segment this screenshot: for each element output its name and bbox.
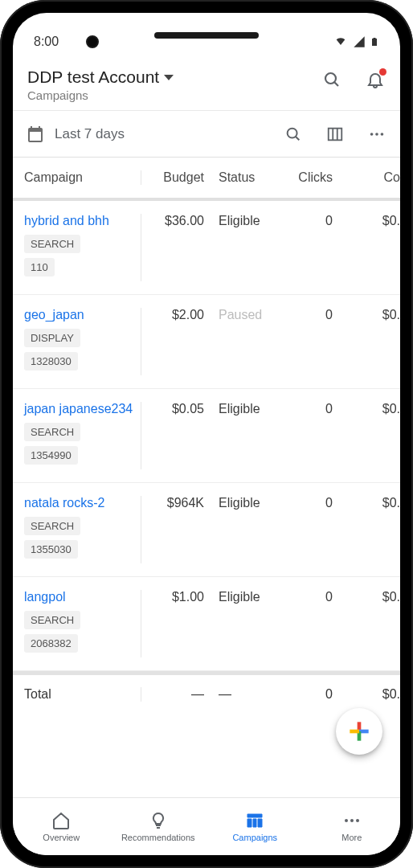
date-range-label: Last 7 days — [55, 126, 125, 142]
cell-cost: $0. — [341, 214, 400, 228]
svg-point-14 — [345, 819, 348, 822]
nav-campaigns[interactable]: Campaigns — [206, 798, 304, 855]
notifications-button[interactable] — [365, 69, 386, 90]
campaign-type-tag: SEARCH — [24, 517, 80, 535]
app-header: DDP test Account Campaigns — [13, 53, 400, 111]
bottom-nav: Overview Recommendations Campaigns More — [13, 797, 400, 855]
cell-budget: $0.05 — [141, 402, 212, 416]
battery-icon — [370, 35, 379, 49]
campaign-id-tag: 1354990 — [24, 446, 78, 465]
table-body: hybrid and bhh SEARCH 110 $36.00 Eligibl… — [13, 201, 400, 671]
campaign-type-tag: SEARCH — [24, 235, 80, 253]
cell-budget: $964K — [141, 496, 212, 510]
table-row[interactable]: langpol SEARCH 2068382 $1.00 Eligible 0 … — [13, 577, 400, 671]
svg-line-1 — [334, 82, 338, 86]
columns-button[interactable] — [325, 124, 346, 145]
table-row[interactable]: geo_japan DISPLAY 1328030 $2.00 Paused 0… — [13, 295, 400, 389]
more-options-button[interactable] — [366, 124, 387, 145]
status-time: 8:00 — [34, 35, 59, 49]
calendar-icon — [26, 125, 45, 144]
header-status[interactable]: Status — [212, 170, 283, 185]
svg-point-9 — [381, 133, 384, 136]
toolbar: Last 7 days — [13, 111, 400, 158]
phone-frame: 8:00 DDP test Account Campaigns — [0, 0, 413, 868]
screen: 8:00 DDP test Account Campaigns — [13, 13, 400, 855]
more-horizontal-icon — [368, 125, 386, 143]
cell-cost: $0. — [341, 402, 400, 416]
plus-icon — [348, 720, 370, 743]
cell-cost: $0. — [341, 308, 400, 322]
signal-icon — [352, 35, 366, 48]
account-selector[interactable]: DDP test Account Campaigns — [27, 68, 321, 102]
nav-campaigns-label: Campaigns — [232, 833, 277, 842]
nav-more[interactable]: More — [304, 798, 401, 855]
header-clicks[interactable]: Clicks — [283, 170, 341, 185]
svg-point-7 — [370, 133, 374, 136]
campaign-id-tag: 2068382 — [24, 634, 78, 653]
new-campaign-fab[interactable] — [336, 708, 382, 755]
svg-point-15 — [350, 819, 354, 822]
svg-point-0 — [325, 73, 336, 84]
svg-line-3 — [296, 136, 299, 139]
total-row: Total — — 0 $0. — [13, 671, 400, 713]
cell-clicks: 0 — [283, 402, 341, 416]
section-subtitle: Campaigns — [27, 88, 321, 102]
total-label: Total — [13, 687, 141, 702]
cell-status: Eligible — [212, 402, 283, 416]
header-budget[interactable]: Budget — [141, 170, 212, 185]
table-row[interactable]: hybrid and bhh SEARCH 110 $36.00 Eligibl… — [13, 201, 400, 295]
columns-icon — [326, 125, 344, 143]
campaign-name-link[interactable]: natala rocks-2 — [24, 496, 134, 510]
campaign-name-link[interactable]: langpol — [24, 590, 134, 604]
total-clicks: 0 — [283, 687, 341, 702]
phone-camera — [86, 35, 99, 48]
cell-status: Paused — [212, 308, 283, 322]
cell-status: Eligible — [212, 590, 283, 604]
notification-badge — [379, 68, 386, 76]
campaign-id-tag: 1355030 — [24, 540, 78, 559]
nav-overview-label: Overview — [43, 833, 80, 842]
header-search-button[interactable] — [321, 69, 342, 90]
campaign-type-tag: SEARCH — [24, 423, 80, 441]
more-horizontal-icon — [342, 811, 362, 830]
cell-budget: $1.00 — [141, 590, 212, 604]
nav-overview[interactable]: Overview — [13, 798, 110, 855]
phone-speaker — [154, 32, 259, 39]
table-row[interactable]: natala rocks-2 SEARCH 1355030 $964K Elig… — [13, 483, 400, 577]
wifi-icon — [333, 35, 349, 48]
campaigns-table: Campaign Budget Status Clicks Co hybrid … — [13, 158, 400, 797]
header-cost[interactable]: Co — [341, 170, 400, 185]
cell-cost: $0. — [341, 496, 400, 510]
dropdown-icon — [164, 75, 174, 80]
nav-more-label: More — [341, 833, 362, 842]
nav-recommendations-label: Recommendations — [121, 833, 195, 842]
cell-clicks: 0 — [283, 214, 341, 228]
svg-rect-13 — [350, 730, 359, 734]
date-range-selector[interactable]: Last 7 days — [26, 125, 272, 144]
account-name: DDP test Account — [27, 68, 159, 87]
cell-status: Eligible — [212, 496, 283, 510]
cell-budget: $2.00 — [141, 308, 212, 322]
svg-point-8 — [375, 133, 378, 136]
table-icon — [245, 811, 264, 830]
total-cost: $0. — [341, 687, 400, 702]
campaign-id-tag: 1328030 — [24, 352, 78, 371]
cell-cost: $0. — [341, 590, 400, 604]
status-icons — [333, 35, 379, 49]
campaign-name-link[interactable]: hybrid and bhh — [24, 214, 134, 228]
svg-point-2 — [288, 128, 297, 137]
cell-clicks: 0 — [283, 496, 341, 510]
search-icon — [322, 70, 341, 89]
table-search-button[interactable] — [283, 124, 304, 145]
table-row[interactable]: japan japanese234 SEARCH 1354990 $0.05 E… — [13, 389, 400, 483]
cell-clicks: 0 — [283, 590, 341, 604]
cell-clicks: 0 — [283, 308, 341, 322]
header-campaign[interactable]: Campaign — [13, 170, 141, 185]
cell-budget: $36.00 — [141, 214, 212, 228]
total-status: — — [212, 687, 283, 702]
campaign-name-link[interactable]: japan japanese234 — [24, 402, 134, 416]
campaign-name-link[interactable]: geo_japan — [24, 308, 134, 322]
campaign-id-tag: 110 — [24, 258, 55, 276]
nav-recommendations[interactable]: Recommendations — [110, 798, 207, 855]
svg-point-16 — [356, 819, 359, 822]
